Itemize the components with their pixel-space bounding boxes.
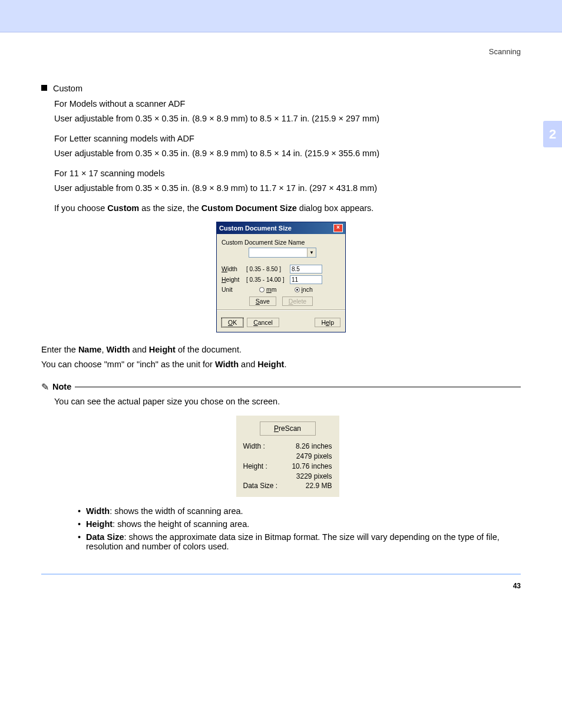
definition-list: Width: shows the width of scanning area.… — [78, 506, 521, 551]
section-name: Scanning — [489, 47, 521, 56]
name-row: ▼ — [222, 248, 340, 258]
width-value: 8.26 inches — [296, 442, 332, 452]
text: of the document. — [176, 345, 242, 354]
enter-name-text: Enter the Name, Width and Height of the … — [41, 344, 521, 356]
dialog-button-row: OK Cancel Help — [217, 318, 345, 332]
width-row: Width [ 0.35 - 8.50 ] — [222, 265, 340, 274]
ok-button[interactable]: OK — [222, 318, 243, 327]
text: You can choose "mm" or "inch" as the uni… — [41, 360, 215, 369]
text: Custom Document Size Name — [222, 239, 305, 246]
height-label: Height — [222, 276, 244, 283]
text: : shows the approximate data size in Bit… — [86, 532, 500, 551]
close-button[interactable]: × — [333, 224, 343, 232]
choose-custom-text: If you choose Custom as the size, the Cu… — [54, 203, 521, 215]
ledger-title: For 11 × 17 scanning models — [54, 168, 521, 180]
prescan-figure: PreScan Width : 8.26 inches 2479 pixels … — [54, 416, 521, 497]
height-label: Height : — [243, 462, 267, 472]
unit-choice-text: You can choose "mm" or "inch" as the uni… — [41, 359, 521, 371]
height-pixels: 3229 pixels — [243, 472, 332, 482]
unit-inch-radio[interactable]: inch — [295, 286, 313, 293]
top-banner — [0, 0, 562, 32]
bold: Height — [149, 345, 176, 354]
list-item: Height: shows the height of scanning are… — [78, 519, 521, 529]
bold-cds: Custom Document Size — [201, 203, 297, 213]
noadf-text: User adjustable from 0.35 × 0.35 in. (8.… — [54, 113, 521, 125]
datasize-value: 22.9 MB — [306, 481, 332, 491]
bold: Height — [257, 360, 284, 369]
prescan-datasize-row: Data Size : 22.9 MB — [243, 481, 332, 491]
note-body: You can see the actual paper size you ch… — [54, 396, 521, 552]
custom-title: Custom — [53, 84, 82, 93]
bold: Width — [215, 360, 239, 369]
dialog-figure: Custom Document Size × Custom Document S… — [41, 222, 521, 332]
prescan-button[interactable]: PreScan — [260, 421, 316, 436]
page-number: 43 — [0, 575, 562, 614]
prescan-width-row: Width : 8.26 inches — [243, 442, 332, 452]
separator — [217, 309, 345, 311]
height-range: [ 0.35 - 14.00 ] — [246, 276, 287, 283]
width-label: Width : — [243, 442, 265, 452]
text: : shows the height of scanning area. — [113, 519, 249, 529]
radio-icon — [259, 287, 265, 292]
dialog-titlebar: Custom Document Size × — [217, 222, 345, 234]
model-ledger: For 11 × 17 scanning models User adjusta… — [54, 168, 521, 195]
bold-custom: Custom — [107, 203, 139, 213]
custom-size-dialog: Custom Document Size × Custom Document S… — [216, 222, 346, 332]
name-dropdown[interactable]: ▼ — [249, 248, 316, 258]
text: and — [239, 360, 257, 369]
note-heading: ✎ Note — [41, 381, 521, 393]
text: : shows the width of scanning area. — [110, 506, 243, 516]
letter-text: User adjustable from 0.35 × 0.35 in. (8.… — [54, 148, 521, 160]
page-content: Custom For Models without a scanner ADF … — [0, 62, 562, 568]
cancel-button[interactable]: Cancel — [247, 318, 279, 327]
text: If you choose — [54, 203, 107, 213]
letter-title: For Letter scanning models with ADF — [54, 133, 521, 145]
bold: Height — [86, 519, 113, 529]
bold: Width — [106, 345, 130, 354]
chevron-down-icon: ▼ — [307, 248, 316, 257]
custom-heading: Custom — [41, 83, 521, 95]
square-bullet-icon — [41, 85, 47, 91]
text: Enter the — [41, 345, 78, 354]
delete-button[interactable]: Delete — [282, 297, 313, 306]
width-pixels: 2479 pixels — [243, 452, 332, 462]
rule — [75, 387, 521, 387]
prescan-height-row: Height : 10.76 inches — [243, 462, 332, 472]
height-input[interactable] — [290, 275, 322, 284]
radio-icon — [295, 287, 300, 292]
note-label: Note — [52, 382, 71, 391]
height-row: Height [ 0.35 - 14.00 ] — [222, 275, 340, 284]
ledger-text: User adjustable from 0.35 × 0.35 in. (8.… — [54, 183, 521, 195]
dialog-body: Custom Document Size Name ▼ Width [ 0.35… — [217, 234, 345, 318]
pencil-note-icon: ✎ — [41, 381, 49, 393]
note-text: You can see the actual paper size you ch… — [54, 396, 521, 408]
width-input[interactable] — [290, 265, 322, 274]
help-button[interactable]: Help — [315, 318, 340, 327]
unit-row: Unit mm inch — [222, 286, 340, 293]
model-noadf: For Models without a scanner ADF User ad… — [54, 98, 521, 125]
width-range: [ 0.35 - 8.50 ] — [246, 266, 287, 272]
text: dialog box appears. — [297, 203, 374, 213]
page-header: Scanning 2 — [0, 32, 562, 62]
model-letter: For Letter scanning models with ADF User… — [54, 133, 521, 160]
datasize-label: Data Size : — [243, 481, 278, 491]
text: . — [284, 360, 286, 369]
save-delete-row: Save Delete — [222, 297, 340, 306]
list-item: Width: shows the width of scanning area. — [78, 506, 521, 516]
chapter-tab: 2 — [543, 121, 562, 147]
noadf-title: For Models without a scanner ADF — [54, 98, 521, 110]
dialog-title: Custom Document Size — [219, 225, 292, 232]
save-button[interactable]: Save — [249, 297, 276, 306]
text: and — [130, 345, 149, 354]
unit-mm-radio[interactable]: mm — [259, 286, 277, 293]
text: as the size, the — [139, 203, 201, 213]
bold: Width — [86, 506, 110, 516]
bold: Name — [78, 345, 102, 354]
height-value: 10.76 inches — [292, 462, 332, 472]
chapter-number: 2 — [549, 127, 556, 142]
name-label: Custom Document Size Name — [222, 239, 340, 246]
prescan-panel: PreScan Width : 8.26 inches 2479 pixels … — [236, 416, 339, 497]
unit-label: Unit — [222, 286, 244, 293]
width-label: Width — [222, 265, 244, 272]
bold: Data Size — [86, 532, 124, 542]
